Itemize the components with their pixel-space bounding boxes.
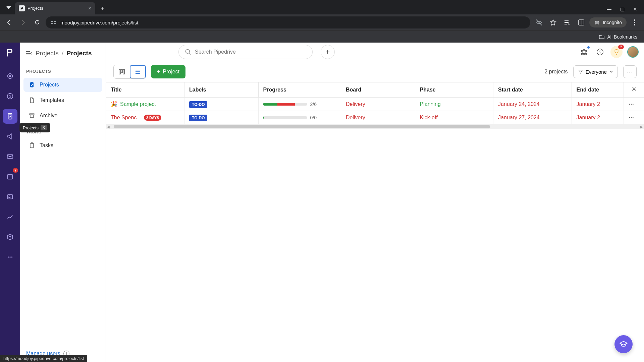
incognito-badge[interactable]: Incognito xyxy=(589,17,627,27)
horizontal-scrollbar[interactable]: ◀ ▶ xyxy=(106,124,644,129)
row-more-button[interactable]: ⋯ xyxy=(629,101,634,107)
all-bookmarks-label: All Bookmarks xyxy=(607,34,637,40)
rail-item-campaigns[interactable] xyxy=(3,129,17,144)
breadcrumb-root[interactable]: Projects xyxy=(36,50,59,57)
site-settings-icon[interactable] xyxy=(51,20,56,25)
bookmark-star-icon[interactable] xyxy=(547,16,559,28)
col-progress[interactable]: Progress xyxy=(258,82,341,98)
board-link[interactable]: Delivery xyxy=(346,115,365,120)
rail-item-insights[interactable] xyxy=(3,209,17,224)
table-row[interactable]: The Spenc... 2 DAYS TO-DO 0/0 Delivery K… xyxy=(106,111,644,124)
svg-rect-5 xyxy=(565,22,569,23)
rail-item-deals[interactable]: $ xyxy=(3,89,17,104)
reload-button[interactable] xyxy=(32,17,43,28)
project-title-link[interactable]: Sample project xyxy=(120,101,156,107)
col-settings[interactable] xyxy=(624,82,644,98)
new-tab-button[interactable]: + xyxy=(98,4,107,13)
rail-item-mail[interactable] xyxy=(3,149,17,164)
table-row[interactable]: 🎉 Sample project TO-DO 2/6 Delivery Plan… xyxy=(106,98,644,111)
panel-icon[interactable] xyxy=(575,16,587,28)
breadcrumb: Projects / Projects xyxy=(36,50,92,57)
rail-item-focus[interactable] xyxy=(3,69,17,83)
clipboard-outline-icon xyxy=(28,142,36,149)
back-button[interactable] xyxy=(3,17,15,28)
svg-rect-4 xyxy=(565,20,569,21)
sidebar: Projects / Projects PROJECTS Projects Te… xyxy=(20,43,106,362)
filter-label: Everyone xyxy=(586,69,607,75)
new-project-button[interactable]: + Project xyxy=(151,65,185,78)
overdue-badge: 2 DAYS xyxy=(144,115,162,121)
svg-rect-2 xyxy=(51,23,53,24)
maximize-icon[interactable]: ▢ xyxy=(620,6,625,12)
incognito-label: Incognito xyxy=(603,20,622,25)
projects-table: Title Labels Progress Board Phase Start … xyxy=(106,82,644,129)
address-bar[interactable]: moodjoy.pipedrive.com/projects/list xyxy=(46,16,530,28)
all-bookmarks-button[interactable]: All Bookmarks xyxy=(599,34,637,40)
help-fab[interactable] xyxy=(614,335,633,353)
search-input[interactable]: Search Pipedrive xyxy=(178,45,313,59)
rail-item-activities[interactable]: 7 xyxy=(3,169,17,184)
start-date: January 27, 2024 xyxy=(498,115,540,120)
breadcrumb-current: Projects xyxy=(66,50,92,57)
avatar[interactable] xyxy=(627,46,639,58)
plus-icon: + xyxy=(157,69,160,75)
status-bar: https://moodjoy.pipedrive.com/projects/l… xyxy=(0,355,87,362)
col-board[interactable]: Board xyxy=(341,82,415,98)
owner-filter[interactable]: Everyone xyxy=(573,65,618,78)
eye-off-icon[interactable] xyxy=(533,16,545,28)
sidebar-item-archive[interactable]: Archive xyxy=(23,109,102,123)
tab-favicon: P xyxy=(19,5,25,11)
main-content: Search Pipedrive + ? ? xyxy=(106,43,644,362)
help-icon[interactable]: ? xyxy=(594,46,606,58)
search-icon xyxy=(185,49,192,55)
graduation-icon xyxy=(619,340,628,349)
list-view-button[interactable] xyxy=(130,65,146,78)
close-tab-icon[interactable]: × xyxy=(88,5,91,11)
rail-item-more[interactable] xyxy=(3,250,17,264)
browser-tab[interactable]: P Projects × xyxy=(15,2,95,14)
forward-button[interactable] xyxy=(17,17,29,28)
svg-point-36 xyxy=(186,50,190,54)
sidebar-item-projects[interactable]: Projects xyxy=(23,78,102,92)
col-title[interactable]: Title xyxy=(106,82,184,98)
row-more-button[interactable]: ⋯ xyxy=(629,115,634,120)
col-start[interactable]: Start date xyxy=(493,82,572,98)
app-logo[interactable] xyxy=(4,47,16,59)
quick-add-button[interactable]: + xyxy=(321,45,335,59)
sidebar-item-tasks[interactable]: Tasks xyxy=(23,138,102,153)
start-date: January 24, 2024 xyxy=(498,101,540,107)
col-end[interactable]: End date xyxy=(572,82,624,98)
tab-title: Projects xyxy=(28,6,43,11)
svg-point-22 xyxy=(9,196,10,197)
extensions-icon[interactable] xyxy=(578,46,590,58)
board-link[interactable]: Delivery xyxy=(346,101,365,107)
rail-item-contacts[interactable] xyxy=(3,189,17,204)
rail-tooltip-label: Projects xyxy=(23,125,39,130)
project-title-link[interactable]: The Spenc... xyxy=(111,115,141,121)
svg-point-46 xyxy=(633,88,635,90)
app-root: $ 7 Projects 3 xyxy=(0,43,644,362)
sidebar-collapse-button[interactable] xyxy=(23,48,34,58)
playlist-icon[interactable] xyxy=(561,16,573,28)
rail-item-products[interactable] xyxy=(3,230,17,244)
more-actions-button[interactable]: ⋯ xyxy=(623,65,637,78)
sidebar-header: Projects / Projects xyxy=(20,44,106,63)
col-phase[interactable]: Phase xyxy=(415,82,493,98)
kebab-menu-icon[interactable] xyxy=(629,16,641,28)
board-view-button[interactable] xyxy=(114,65,130,78)
icon-rail: $ 7 Projects 3 xyxy=(0,43,20,362)
tab-search-dropdown[interactable] xyxy=(4,3,13,12)
col-labels[interactable]: Labels xyxy=(184,82,259,98)
svg-line-37 xyxy=(189,53,191,55)
tab-strip: P Projects × + — ▢ ✕ xyxy=(0,0,644,14)
progress-text: 0/0 xyxy=(310,115,317,120)
tips-icon[interactable]: ? xyxy=(610,46,623,58)
sidebar-item-label: Projects xyxy=(40,82,59,88)
project-emoji: 🎉 xyxy=(111,101,117,107)
rail-item-projects[interactable] xyxy=(3,109,17,124)
gear-icon xyxy=(631,86,637,92)
minimize-icon[interactable]: — xyxy=(607,6,611,12)
sidebar-item-templates[interactable]: Templates xyxy=(23,93,102,107)
search-placeholder: Search Pipedrive xyxy=(195,49,236,55)
close-window-icon[interactable]: ✕ xyxy=(633,6,637,12)
